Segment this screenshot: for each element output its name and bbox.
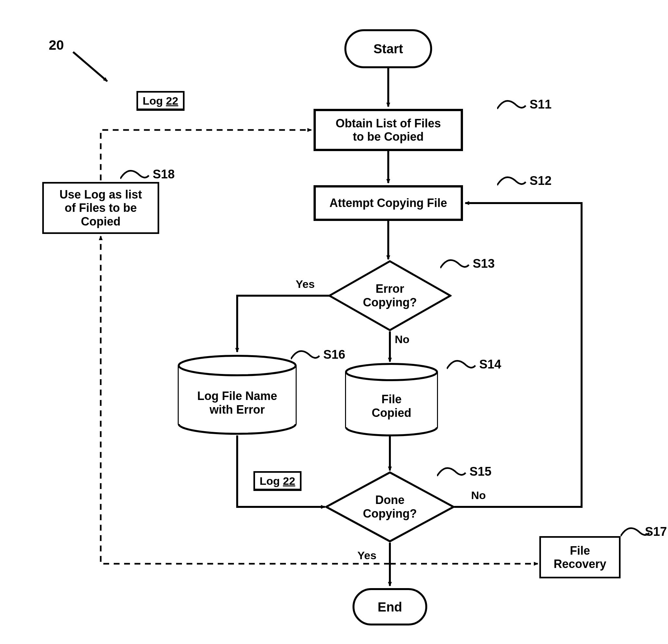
log-tag-2-num: 22 xyxy=(283,475,295,487)
edge-label-s15-no: No xyxy=(471,489,486,502)
process-s12-text: Attempt Copying File xyxy=(330,196,447,210)
step-label-s17-text: S17 xyxy=(645,525,667,539)
process-s18-text: Use Log as list of Files to be Copied xyxy=(59,188,142,228)
step-label-s18-text: S18 xyxy=(153,167,175,181)
decision-s13: Error Copying? xyxy=(328,260,452,331)
log-tag-1-num: 22 xyxy=(166,94,178,107)
decision-s15-text: Done Copying? xyxy=(363,493,417,521)
step-label-s14 xyxy=(447,354,476,377)
step-label-s16 xyxy=(291,344,320,367)
step-label-s13-text: S13 xyxy=(473,257,495,271)
process-s11-text: Obtain List of Files to be Copied xyxy=(336,117,441,144)
step-label-s11-text: S11 xyxy=(530,98,552,111)
process-s17-text: File Recovery xyxy=(553,544,606,571)
log-tag-1-prefix: Log xyxy=(143,94,166,107)
decision-s15: Done Copying? xyxy=(325,471,455,543)
step-label-s12 xyxy=(497,170,526,193)
log-tag-1: Log 22 xyxy=(136,91,184,111)
step-label-s11 xyxy=(497,94,526,117)
process-s18: Use Log as list of Files to be Copied xyxy=(42,182,159,234)
process-s11: Obtain List of Files to be Copied xyxy=(314,109,463,151)
start-terminator: Start xyxy=(345,29,432,68)
step-label-s12-text: S12 xyxy=(530,174,552,188)
end-terminator: End xyxy=(352,588,427,626)
step-label-s15 xyxy=(437,461,466,484)
svg-line-0 xyxy=(73,52,107,81)
step-label-s15-text: S15 xyxy=(470,465,491,479)
process-s12: Attempt Copying File xyxy=(314,185,463,221)
edge-label-s13-no: No xyxy=(395,333,409,346)
start-label: Start xyxy=(373,41,403,56)
process-s17: File Recovery xyxy=(539,536,621,578)
step-label-s16-text: S16 xyxy=(323,348,345,362)
end-label: End xyxy=(378,599,402,614)
datastore-s16: Log File Name with Error xyxy=(177,354,297,435)
flowchart-canvas: 20 Start Obtain List of Files to be Copi… xyxy=(0,0,668,644)
step-label-s14-text: S14 xyxy=(479,357,501,371)
edge-label-s13-yes: Yes xyxy=(296,278,315,290)
step-label-s18 xyxy=(120,164,150,186)
decision-s13-text: Error Copying? xyxy=(363,282,417,309)
figure-ref-label: 20 xyxy=(49,38,64,53)
log-tag-2-prefix: Log xyxy=(260,475,283,487)
datastore-s16-text: Log File Name with Error xyxy=(197,389,277,417)
datastore-s14-text: File Copied xyxy=(372,392,411,420)
edge-label-s15-yes: Yes xyxy=(358,549,377,562)
datastore-s14: File Copied xyxy=(345,362,439,437)
step-label-s13 xyxy=(440,253,470,276)
log-tag-2: Log 22 xyxy=(254,471,302,491)
